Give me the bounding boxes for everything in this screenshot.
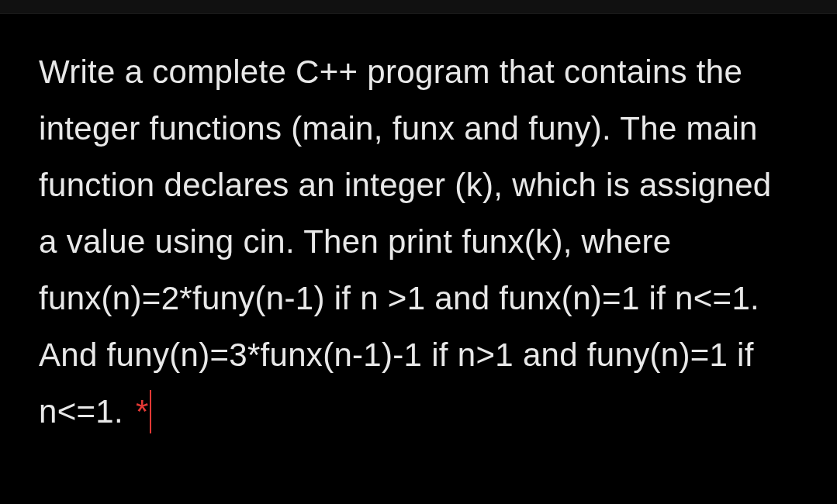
- text-cursor: [150, 390, 151, 433]
- question-content: Write a complete C++ program that contai…: [0, 14, 837, 471]
- question-text: Write a complete C++ program that contai…: [39, 43, 798, 440]
- required-asterisk: *: [136, 393, 149, 430]
- top-bar: [0, 0, 837, 14]
- question-body: Write a complete C++ program that contai…: [39, 54, 771, 430]
